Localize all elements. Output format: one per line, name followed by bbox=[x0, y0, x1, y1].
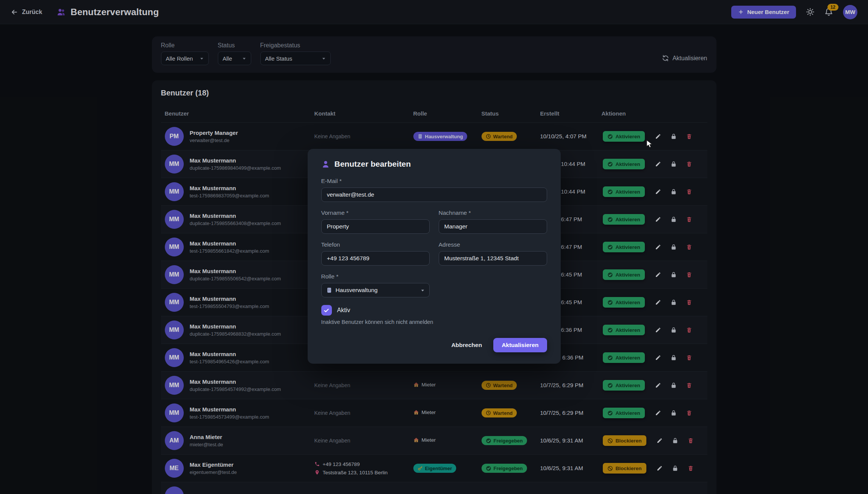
role-select[interactable]: Hausverwaltung bbox=[321, 283, 430, 297]
cancel-button[interactable]: Abbrechen bbox=[444, 338, 489, 352]
address-label: Adresse bbox=[439, 241, 547, 248]
last-name-field-group: Nachname * bbox=[439, 209, 547, 234]
role-field-group: Rolle * Hausverwaltung bbox=[321, 273, 547, 297]
person-icon bbox=[321, 160, 330, 169]
address-field[interactable] bbox=[439, 251, 547, 266]
role-select-value: Hausverwaltung bbox=[336, 287, 378, 294]
active-checkbox[interactable] bbox=[321, 305, 332, 316]
modal-title: Benutzer bearbeiten bbox=[335, 159, 411, 169]
email-field-group: E-Mail * bbox=[321, 178, 547, 202]
phone-label: Telefon bbox=[321, 241, 430, 248]
checkmark-icon bbox=[323, 307, 330, 314]
email-field[interactable] bbox=[321, 188, 547, 202]
phone-field[interactable] bbox=[321, 251, 430, 266]
phone-field-group: Telefon bbox=[321, 241, 430, 266]
last-name-field[interactable] bbox=[439, 219, 547, 234]
address-field-group: Adresse bbox=[439, 241, 547, 266]
first-name-field[interactable] bbox=[321, 219, 430, 234]
edit-user-modal: Benutzer bearbeiten E-Mail * Vorname * N… bbox=[308, 149, 561, 364]
active-checkbox-label: Aktiv bbox=[337, 307, 350, 314]
email-label: E-Mail * bbox=[321, 178, 547, 184]
first-name-field-group: Vorname * bbox=[321, 209, 430, 234]
chevron-down-icon bbox=[421, 288, 425, 292]
building-icon bbox=[326, 287, 332, 293]
last-name-label: Nachname * bbox=[439, 209, 547, 216]
update-button[interactable]: Aktualisieren bbox=[493, 338, 547, 352]
role-label: Rolle * bbox=[321, 273, 547, 280]
first-name-label: Vorname * bbox=[321, 209, 430, 216]
active-help-text: Inaktive Benutzer können sich nicht anme… bbox=[321, 319, 547, 325]
